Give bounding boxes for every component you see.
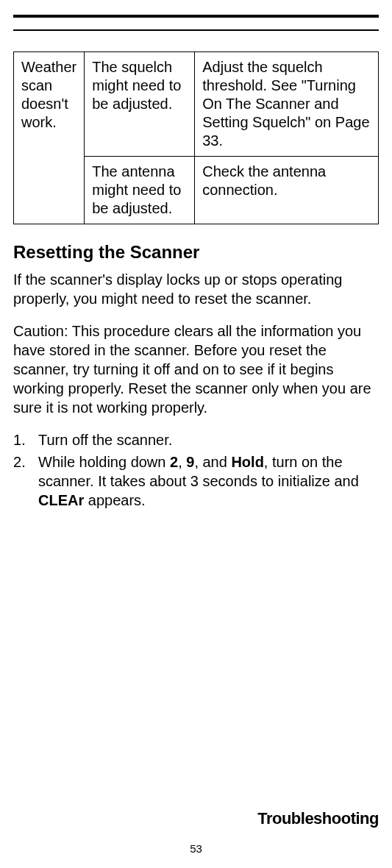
step-text: Turn off the scanner. [38,430,379,449]
solution-cell: Adjust the squelch threshold. See "Turni… [195,52,379,157]
step-text: While holding down 2, 9, and Hold, turn … [38,452,379,510]
solution-cell: Check the antenna connection. [195,157,379,224]
section-heading: Resetting the Scanner [13,242,379,263]
footer-section-title: Troubleshooting [257,809,379,828]
table-row: Weather scan doesn't work. The squelch m… [14,52,379,157]
list-item: Turn off the scanner. [13,430,379,449]
paragraph-intro: If the scanner's display locks up or sto… [13,270,379,308]
list-item: While holding down 2, 9, and Hold, turn … [13,452,379,510]
troubleshooting-table: Weather scan doesn't work. The squelch m… [13,51,379,224]
paragraph-caution: Caution: This procedure clears all the i… [13,321,379,417]
steps-list: Turn off the scanner. While holding down… [13,430,379,510]
rule-thin [13,29,379,31]
page-number: 53 [0,842,392,855]
cause-cell: The antenna might need to be adjusted. [85,157,195,224]
cause-cell: The squelch might need to be adjusted. [85,52,195,157]
top-rules [13,15,379,31]
rule-thick [13,15,379,18]
problem-cell: Weather scan doesn't work. [14,52,85,224]
